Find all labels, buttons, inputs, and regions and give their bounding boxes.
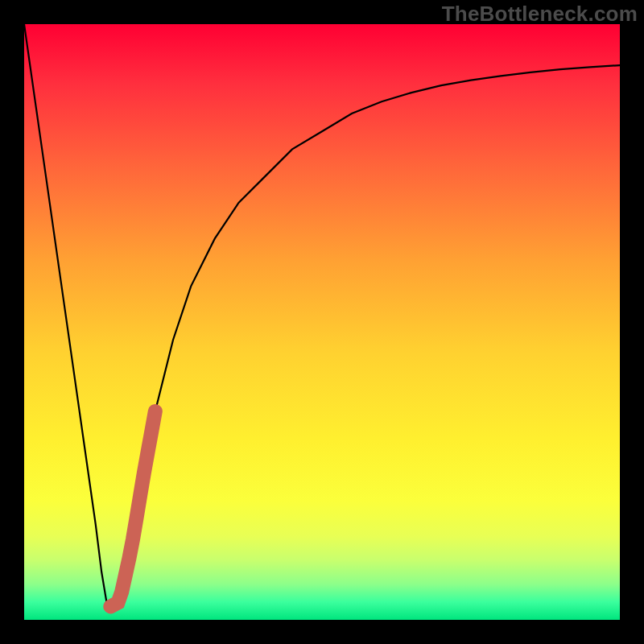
bottleneck-curve <box>24 24 620 608</box>
highlight-segment <box>110 411 155 606</box>
plot-area <box>24 24 620 620</box>
chart-frame: TheBottleneck.com <box>0 0 644 644</box>
watermark-text: TheBottleneck.com <box>442 2 638 27</box>
chart-svg <box>24 24 620 620</box>
